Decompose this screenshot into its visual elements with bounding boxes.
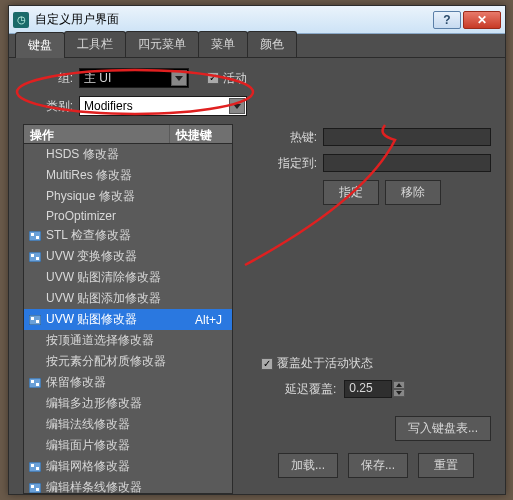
svg-rect-15	[29, 483, 41, 493]
list-item[interactable]: ProOptimizer	[24, 207, 232, 225]
item-icon	[28, 293, 42, 305]
tab-quad[interactable]: 四元菜单	[125, 31, 199, 57]
item-icon	[28, 251, 42, 263]
item-icon	[28, 170, 42, 182]
list-item[interactable]: 编辑样条线修改器	[24, 477, 232, 494]
list-item[interactable]: STL 检查修改器	[24, 225, 232, 246]
item-icon	[28, 191, 42, 203]
list-item[interactable]: UVW 贴图清除修改器	[24, 267, 232, 288]
spin-down-icon[interactable]	[393, 389, 405, 397]
override-checkbox[interactable]: ✓	[261, 358, 273, 370]
svg-rect-2	[36, 236, 39, 239]
item-icon	[28, 482, 42, 494]
item-icon	[28, 398, 42, 410]
reset-button[interactable]: 重置	[418, 453, 474, 478]
item-icon	[28, 356, 42, 368]
item-label: ProOptimizer	[46, 209, 116, 223]
action-list[interactable]: HSDS 修改器MultiRes 修改器Physique 修改器ProOptim…	[23, 144, 233, 494]
svg-rect-7	[31, 317, 34, 320]
active-checkbox[interactable]: ✓	[207, 72, 219, 84]
tab-keyboard[interactable]: 键盘	[15, 32, 65, 58]
svg-rect-13	[31, 464, 34, 467]
item-label: Physique 修改器	[46, 188, 135, 205]
svg-rect-17	[36, 488, 39, 491]
tab-menu[interactable]: 菜单	[198, 31, 248, 57]
svg-rect-8	[36, 320, 39, 323]
group-label: 组:	[23, 70, 73, 87]
item-label: UVW 贴图添加修改器	[46, 290, 161, 307]
svg-rect-3	[29, 252, 41, 262]
list-item[interactable]: UVW 贴图修改器Alt+J	[24, 309, 232, 330]
load-button[interactable]: 加载...	[278, 453, 338, 478]
save-button[interactable]: 保存...	[348, 453, 408, 478]
write-table-button[interactable]: 写入键盘表...	[395, 416, 491, 441]
item-icon	[28, 272, 42, 284]
svg-rect-5	[36, 257, 39, 260]
spin-up-icon[interactable]	[393, 381, 405, 389]
chevron-down-icon	[171, 70, 187, 86]
item-icon	[28, 314, 42, 326]
category-label: 类别:	[23, 98, 73, 115]
col-shortcut[interactable]: 快捷键	[170, 125, 232, 143]
list-item[interactable]: UVW 变换修改器	[24, 246, 232, 267]
app-icon: ◷	[13, 12, 29, 28]
assigned-to-display	[323, 154, 491, 172]
titlebar[interactable]: ◷ 自定义用户界面 ? ✕	[9, 6, 505, 34]
assign-button[interactable]: 指定	[323, 180, 379, 205]
item-label: UVW 贴图修改器	[46, 311, 137, 328]
item-icon	[28, 230, 42, 242]
item-label: STL 检查修改器	[46, 227, 131, 244]
item-label: HSDS 修改器	[46, 146, 119, 163]
col-action[interactable]: 操作	[24, 125, 170, 143]
list-item[interactable]: 按元素分配材质修改器	[24, 351, 232, 372]
list-item[interactable]: MultiRes 修改器	[24, 165, 232, 186]
assigned-to-label: 指定到:	[261, 155, 317, 172]
group-value: 主 UI	[84, 70, 111, 87]
list-item[interactable]: 编辑网格修改器	[24, 456, 232, 477]
item-label: 编辑网格修改器	[46, 458, 130, 475]
group-select[interactable]: 主 UI	[79, 68, 189, 88]
list-item[interactable]: UVW 贴图添加修改器	[24, 288, 232, 309]
list-item[interactable]: Physique 修改器	[24, 186, 232, 207]
help-button[interactable]: ?	[433, 11, 461, 29]
category-value: Modifiers	[84, 99, 133, 113]
svg-rect-14	[36, 467, 39, 470]
item-label: 编辑法线修改器	[46, 416, 130, 433]
tab-toolbar[interactable]: 工具栏	[64, 31, 126, 57]
svg-rect-6	[29, 315, 41, 325]
category-select[interactable]: Modifiers	[79, 96, 247, 116]
item-label: 编辑多边形修改器	[46, 395, 142, 412]
item-label: MultiRes 修改器	[46, 167, 132, 184]
list-item[interactable]: 按顶通道选择修改器	[24, 330, 232, 351]
active-label: 活动	[223, 70, 247, 87]
item-label: UVW 贴图清除修改器	[46, 269, 161, 286]
item-icon	[28, 210, 42, 222]
tab-color[interactable]: 颜色	[247, 31, 297, 57]
delay-label: 延迟覆盖:	[285, 381, 336, 398]
item-icon	[28, 335, 42, 347]
svg-rect-11	[36, 383, 39, 386]
delay-input[interactable]: 0.25	[344, 380, 392, 398]
hotkey-label: 热键:	[261, 129, 317, 146]
list-item[interactable]: 编辑多边形修改器	[24, 393, 232, 414]
svg-rect-0	[29, 231, 41, 241]
close-button[interactable]: ✕	[463, 11, 501, 29]
svg-rect-4	[31, 254, 34, 257]
list-item[interactable]: HSDS 修改器	[24, 144, 232, 165]
list-item[interactable]: 保留修改器	[24, 372, 232, 393]
window-title: 自定义用户界面	[35, 11, 433, 28]
list-item[interactable]: 编辑面片修改器	[24, 435, 232, 456]
item-icon	[28, 440, 42, 452]
svg-rect-16	[31, 485, 34, 488]
item-icon	[28, 377, 42, 389]
svg-rect-10	[31, 380, 34, 383]
item-label: 保留修改器	[46, 374, 106, 391]
item-label: 编辑样条线修改器	[46, 479, 142, 494]
item-label: 按顶通道选择修改器	[46, 332, 154, 349]
list-item[interactable]: 编辑法线修改器	[24, 414, 232, 435]
svg-rect-12	[29, 462, 41, 472]
item-label: 编辑面片修改器	[46, 437, 130, 454]
remove-button[interactable]: 移除	[385, 180, 441, 205]
item-icon	[28, 149, 42, 161]
hotkey-input[interactable]	[323, 128, 491, 146]
